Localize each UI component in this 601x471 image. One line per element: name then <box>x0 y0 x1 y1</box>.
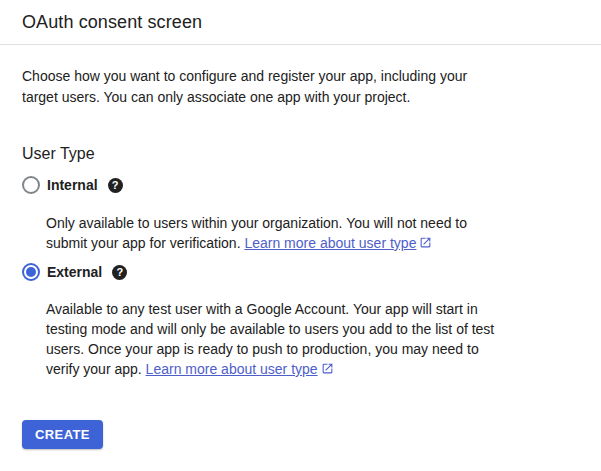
internal-desc-line-2: submit your app for verification. <box>46 235 241 251</box>
external-desc-line-3: users. Once your app is ready to push to… <box>46 341 479 357</box>
external-desc-line-2: testing mode and will only be available … <box>46 321 494 337</box>
external-desc-line-4: verify your app. <box>46 361 142 377</box>
learn-more-link-text: Learn more about user type <box>146 361 318 377</box>
help-icon[interactable]: ? <box>112 265 127 280</box>
radio-internal[interactable] <box>22 176 40 194</box>
external-description: Available to any test user with a Google… <box>46 299 566 379</box>
page-title: OAuth consent screen <box>22 12 202 33</box>
internal-description: Only available to users within your orga… <box>46 213 566 253</box>
radio-option-internal[interactable]: Internal ? <box>22 176 579 194</box>
internal-desc-line-1: Only available to users within your orga… <box>46 215 467 231</box>
radio-label-internal[interactable]: Internal <box>47 176 98 194</box>
learn-more-link-external[interactable]: Learn more about user type <box>146 361 334 377</box>
content: Choose how you want to configure and reg… <box>0 66 601 449</box>
intro-line-2: target users. You can only associate one… <box>22 89 410 105</box>
intro-line-1: Choose how you want to configure and reg… <box>22 68 467 84</box>
radio-option-external[interactable]: External ? <box>22 263 579 281</box>
create-button[interactable]: CREATE <box>22 420 103 449</box>
user-type-heading: User Type <box>22 143 579 164</box>
help-glyph: ? <box>116 265 123 280</box>
page-header: OAuth consent screen <box>0 0 601 45</box>
intro-text: Choose how you want to configure and reg… <box>22 66 579 108</box>
learn-more-link-text: Learn more about user type <box>244 235 416 251</box>
open-in-new-icon <box>419 236 432 249</box>
help-icon[interactable]: ? <box>108 178 123 193</box>
radio-label-external[interactable]: External <box>47 263 102 281</box>
help-glyph: ? <box>112 178 119 193</box>
learn-more-link-internal[interactable]: Learn more about user type <box>244 235 432 251</box>
radio-external[interactable] <box>22 263 40 281</box>
open-in-new-icon <box>321 362 334 375</box>
external-desc-line-1: Available to any test user with a Google… <box>46 301 478 317</box>
